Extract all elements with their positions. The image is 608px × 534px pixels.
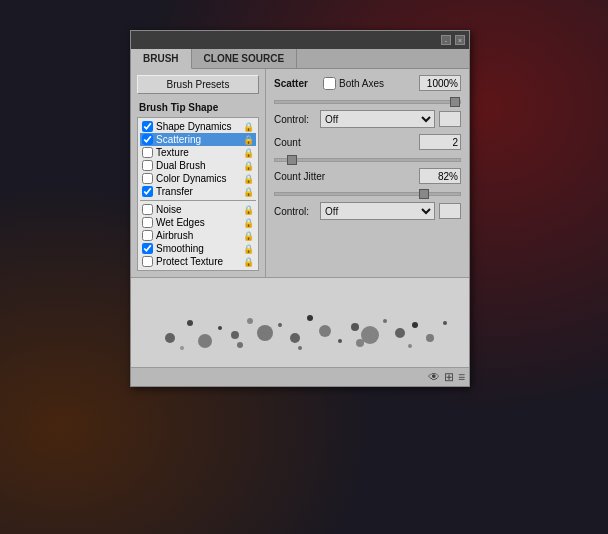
noise-label: Noise [156,204,243,215]
protect-texture-checkbox[interactable] [142,256,153,267]
svg-point-23 [408,344,412,348]
svg-point-0 [165,333,175,343]
close-button[interactable]: × [455,35,465,45]
both-axes-label: Both Axes [339,78,384,89]
brush-preview-panel [131,277,469,367]
scattering-label: Scattering [156,134,243,145]
scattering-checkbox[interactable] [142,134,153,145]
list-item[interactable]: Shape Dynamics 🔒 [140,120,256,133]
minimize-button[interactable]: - [441,35,451,45]
lock-icon: 🔒 [243,148,254,158]
scatter-slider[interactable] [274,100,461,104]
count-jitter-label: Count Jitter [274,171,334,182]
airbrush-label: Airbrush [156,230,243,241]
svg-point-21 [298,346,302,350]
svg-point-12 [351,323,359,331]
svg-point-17 [426,334,434,342]
svg-point-15 [395,328,405,338]
list-item[interactable]: Airbrush 🔒 [140,229,256,242]
svg-point-11 [338,339,342,343]
svg-point-9 [307,315,313,321]
count-jitter-row: Count Jitter [274,168,461,184]
eye-icon[interactable]: 👁 [428,370,440,384]
lock-icon: 🔒 [243,244,254,254]
brush-preview-canvas [131,278,469,367]
count-row: Count [274,134,461,150]
control1-box [439,111,461,127]
count-slider[interactable] [274,158,461,162]
smoothing-label: Smoothing [156,243,243,254]
list-item[interactable]: Wet Edges 🔒 [140,216,256,229]
lock-icon: 🔒 [243,231,254,241]
lock-icon: 🔒 [243,174,254,184]
section-title: Brush Tip Shape [137,102,259,113]
tab-brush[interactable]: BRUSH [131,49,192,69]
airbrush-checkbox[interactable] [142,230,153,241]
brush-panel: - × BRUSH CLONE SOURCE Brush Presets Bru… [130,30,470,387]
shape-dynamics-label: Shape Dynamics [156,121,243,132]
color-dynamics-checkbox[interactable] [142,173,153,184]
both-axes-row: Both Axes [323,77,384,90]
svg-point-19 [180,346,184,350]
list-item[interactable]: Texture 🔒 [140,146,256,159]
lock-icon: 🔒 [243,161,254,171]
count-jitter-slider[interactable] [274,192,461,196]
wet-edges-label: Wet Edges [156,217,243,228]
wet-edges-checkbox[interactable] [142,217,153,228]
lock-icon: 🔒 [243,257,254,267]
noise-checkbox[interactable] [142,204,153,215]
count-jitter-slider-container [274,186,461,198]
count-slider-container [274,152,461,164]
svg-point-4 [231,331,239,339]
brush-preview-svg [140,283,460,363]
smoothing-checkbox[interactable] [142,243,153,254]
scatter-label: Scatter [274,78,319,89]
count-jitter-input[interactable] [419,168,461,184]
both-axes-checkbox[interactable] [323,77,336,90]
scatter-value-input[interactable] [419,75,461,91]
brush-presets-button[interactable]: Brush Presets [137,75,259,94]
list-item[interactable]: Scattering 🔒 [140,133,256,146]
svg-point-22 [356,339,364,347]
svg-point-6 [257,325,273,341]
dual-brush-checkbox[interactable] [142,160,153,171]
list-item[interactable]: Protect Texture 🔒 [140,255,256,268]
scatter-slider-container [274,94,461,106]
lock-icon: 🔒 [243,122,254,132]
svg-point-20 [237,342,243,348]
dual-brush-label: Dual Brush [156,160,243,171]
control2-row: Control: Off Fade Pen Pressure Pen Tilt [274,202,461,220]
svg-point-3 [218,326,222,330]
lock-icon: 🔒 [243,187,254,197]
protect-texture-label: Protect Texture [156,256,243,267]
control1-select[interactable]: Off Fade Pen Pressure Pen Tilt [320,110,435,128]
control2-select[interactable]: Off Fade Pen Pressure Pen Tilt [320,202,435,220]
svg-point-18 [443,321,447,325]
svg-point-16 [412,322,418,328]
tab-clone-source[interactable]: CLONE SOURCE [192,49,298,68]
shape-dynamics-checkbox[interactable] [142,121,153,132]
list-item[interactable]: Smoothing 🔒 [140,242,256,255]
lock-icon: 🔒 [243,218,254,228]
svg-point-5 [247,318,253,324]
transfer-label: Transfer [156,186,243,197]
panel-body: Brush Presets Brush Tip Shape Shape Dyna… [131,69,469,277]
list-item[interactable]: Color Dynamics 🔒 [140,172,256,185]
left-panel: Brush Presets Brush Tip Shape Shape Dyna… [131,69,266,277]
control1-row: Control: Off Fade Pen Pressure Pen Tilt [274,110,461,128]
control2-box [439,203,461,219]
grid-icon[interactable]: ⊞ [444,370,454,384]
count-input[interactable] [419,134,461,150]
bottom-bar: 👁 ⊞ ≡ [131,367,469,386]
divider [140,200,256,201]
list-item[interactable]: Transfer 🔒 [140,185,256,198]
list-item[interactable]: Dual Brush 🔒 [140,159,256,172]
svg-point-10 [319,325,331,337]
menu-icon[interactable]: ≡ [458,370,465,384]
lock-icon: 🔒 [243,135,254,145]
transfer-checkbox[interactable] [142,186,153,197]
texture-checkbox[interactable] [142,147,153,158]
scatter-top-row: Scatter Both Axes [274,75,461,91]
svg-point-13 [361,326,379,344]
list-item[interactable]: Noise 🔒 [140,203,256,216]
